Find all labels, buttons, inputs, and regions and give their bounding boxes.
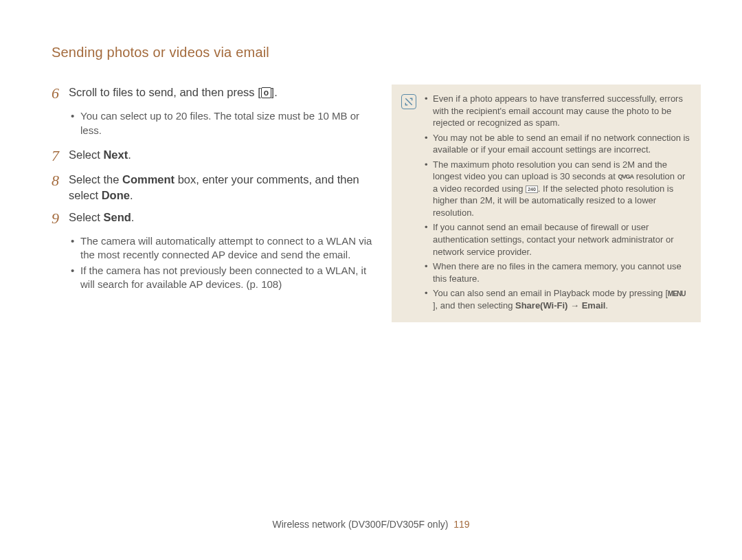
left-column: 6 Scroll to files to send, and then pres… [52, 85, 374, 322]
list-item: The camera will automatically attempt to… [71, 234, 374, 262]
step-9: 9 Select Send. [52, 210, 374, 227]
bold-text: Comment [122, 173, 175, 186]
step-text: Select Send. [69, 210, 134, 227]
bold-text: Share(Wi-Fi) [515, 300, 567, 311]
step-7: 7 Select Next. [52, 147, 374, 165]
text: ]. [271, 86, 278, 98]
qvga-icon: QVGA [618, 174, 634, 180]
step-6-sublist: You can select up to 20 files. The total… [71, 109, 374, 137]
step-text: Scroll to files to send, and then press … [69, 85, 278, 102]
step-text: Select Next. [69, 147, 131, 165]
note-item: You may not be able to send an email if … [425, 132, 690, 156]
240-icon: 240 [526, 186, 538, 193]
text: Select the [69, 173, 122, 186]
text: You can also send an email in Playback m… [433, 288, 668, 298]
note-item: If you cannot send an email because of f… [425, 221, 690, 258]
text: . [131, 211, 135, 223]
text: Select [69, 148, 103, 161]
step-number: 6 [52, 85, 69, 102]
note-item: The maximum photo resolution you can sen… [425, 159, 690, 219]
text: Scroll to files to send, and then press … [69, 86, 261, 98]
right-column: Even if a photo appears to have transfer… [392, 85, 701, 322]
note-list: Even if a photo appears to have transfer… [425, 93, 690, 314]
text: . [605, 300, 608, 311]
list-item: If the camera has not previously been co… [71, 264, 374, 292]
step-number: 7 [52, 147, 69, 165]
step-text: Select the Comment box, enter your comme… [69, 172, 374, 203]
step-9-sublist: The camera will automatically attempt to… [71, 234, 374, 291]
text: ], and then selecting [433, 300, 515, 311]
text: . [128, 148, 131, 161]
note-box: Even if a photo appears to have transfer… [392, 85, 701, 322]
bold-text: Send [103, 211, 131, 223]
step-number: 9 [52, 210, 69, 227]
bold-text: Next [103, 148, 128, 161]
step-number: 8 [52, 172, 69, 203]
text: Select [69, 211, 103, 223]
text: → [567, 300, 581, 311]
ok-icon: o [261, 87, 271, 98]
step-6: 6 Scroll to files to send, and then pres… [52, 85, 374, 102]
note-icon [401, 94, 416, 109]
text: . [130, 189, 133, 201]
bold-text: Email [582, 300, 606, 311]
note-item: When there are no files in the camera me… [425, 260, 690, 284]
menu-icon: MENU [668, 291, 685, 298]
step-8: 8 Select the Comment box, enter your com… [52, 172, 374, 203]
page-number: 119 [453, 519, 469, 530]
footer-text: Wireless network (DV300F/DV305F only) [272, 519, 448, 530]
list-item: You can select up to 20 files. The total… [71, 109, 374, 137]
note-item: Even if a photo appears to have transfer… [425, 93, 690, 129]
bold-text: Done [102, 189, 130, 201]
page-header: Sending photos or videos via email [52, 45, 701, 60]
note-item: You can also send an email in Playback m… [425, 287, 690, 311]
page-footer: Wireless network (DV300F/DV305F only) 11… [0, 519, 742, 530]
